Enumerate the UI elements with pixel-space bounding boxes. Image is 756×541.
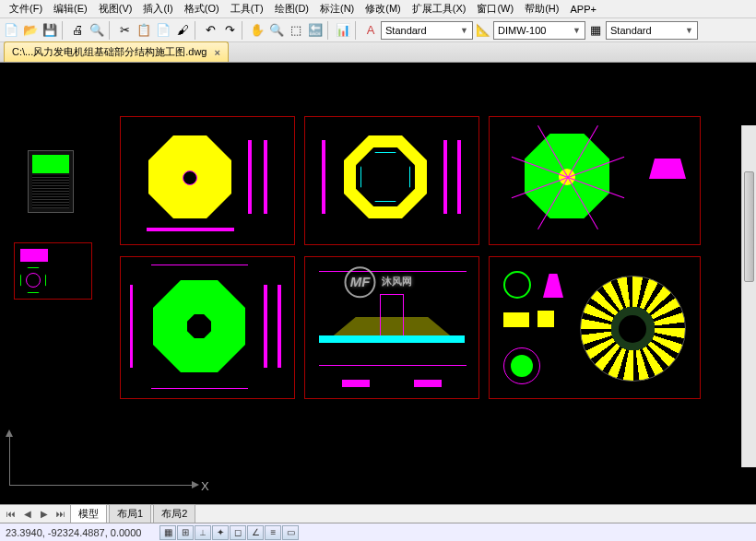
layout-tab-2[interactable]: 布局2 xyxy=(153,504,195,523)
menu-exttools[interactable]: 扩展工具(X) xyxy=(407,0,472,18)
menu-view[interactable]: 视图(V) xyxy=(93,0,138,18)
text-style-dropdown[interactable]: Standard ▼ xyxy=(381,21,473,40)
match-icon[interactable]: 🖌 xyxy=(173,21,192,40)
dim-style-value: DIMW-100 xyxy=(498,25,546,36)
preview-icon[interactable]: 🔍 xyxy=(88,21,106,40)
ucs-y-axis xyxy=(9,435,10,486)
text-style-value: Standard xyxy=(385,25,427,36)
dim-style-dropdown[interactable]: DIMW-100 ▼ xyxy=(493,21,585,40)
table-style-icon[interactable]: ▦ xyxy=(586,21,605,40)
tab-last-icon[interactable]: ⏭ xyxy=(53,507,68,522)
menu-file[interactable]: 文件(F) xyxy=(4,0,48,18)
menu-modify[interactable]: 修改(M) xyxy=(360,0,407,18)
zoom-window-icon[interactable]: ⬚ xyxy=(287,21,305,40)
drawing-panel-1 xyxy=(120,116,295,245)
separator xyxy=(242,21,245,40)
scrollbar-thumb[interactable] xyxy=(744,171,754,282)
polar-toggle[interactable]: ✦ xyxy=(212,525,229,540)
status-toggles: ▦ ⊞ ⟂ ✦ ◻ ∠ ≡ ▭ xyxy=(159,525,299,540)
text-style-icon[interactable]: A xyxy=(361,21,380,40)
save-icon[interactable]: 💾 xyxy=(41,21,59,40)
drawing-panel-2 xyxy=(304,116,479,245)
menu-annotate[interactable]: 标注(N) xyxy=(314,0,360,18)
drawing-panel-3 xyxy=(489,116,701,245)
undo-icon[interactable]: ↶ xyxy=(201,21,219,40)
lweight-toggle[interactable]: ≡ xyxy=(265,525,281,540)
zoom-prev-icon[interactable]: 🔙 xyxy=(306,21,325,40)
thumbnail-detail xyxy=(14,242,92,300)
drawing-panel-5 xyxy=(304,256,479,399)
tab-first-icon[interactable]: ⏮ xyxy=(4,507,18,522)
file-tab[interactable]: C:\...风力发电机组基础部分结构施工图.dwg × xyxy=(4,41,229,62)
zoom-icon[interactable]: 🔍 xyxy=(267,21,286,40)
menu-appplus[interactable]: APP+ xyxy=(564,2,601,17)
pan-icon[interactable]: ✋ xyxy=(248,21,266,40)
layout-tab-bar: ⏮ ◀ ▶ ⏭ 模型 布局1 布局2 xyxy=(0,504,756,523)
new-icon[interactable]: 📄 xyxy=(2,21,20,40)
separator xyxy=(109,21,112,40)
menu-draw[interactable]: 绘图(D) xyxy=(269,0,314,18)
copy-icon[interactable]: 📋 xyxy=(135,21,153,40)
vertical-scrollbar[interactable] xyxy=(741,125,756,467)
drawing-panel-6 xyxy=(489,256,701,399)
ortho-toggle[interactable]: ⟂ xyxy=(195,525,211,540)
document-tabs: C:\...风力发电机组基础部分结构施工图.dwg × xyxy=(0,42,756,63)
paste-icon[interactable]: 📄 xyxy=(154,21,172,40)
table-style-dropdown[interactable]: Standard ▼ xyxy=(606,21,698,40)
drawing-canvas[interactable]: MF 沐风网 X xyxy=(0,63,756,504)
print-icon[interactable]: 🖨 xyxy=(68,21,87,40)
status-bar: 23.3940, -92324.4887, 0.0000 ▦ ⊞ ⟂ ✦ ◻ ∠… xyxy=(0,523,756,541)
redo-icon[interactable]: ↷ xyxy=(220,21,239,40)
otrack-toggle[interactable]: ∠ xyxy=(247,525,264,540)
drawing-panel-4 xyxy=(120,256,295,399)
separator xyxy=(62,21,65,40)
coordinate-display: 23.3940, -92324.4887, 0.0000 xyxy=(6,527,141,538)
menu-edit[interactable]: 编辑(E) xyxy=(48,0,93,18)
tab-prev-icon[interactable]: ◀ xyxy=(20,507,35,522)
thumbnail-titleblock xyxy=(28,150,74,213)
ucs-x-label: X xyxy=(201,479,209,493)
menu-format[interactable]: 格式(O) xyxy=(179,0,225,18)
model-toggle[interactable]: ▭ xyxy=(282,525,299,540)
grid-toggle[interactable]: ⊞ xyxy=(177,525,194,540)
dim-style-icon[interactable]: 📐 xyxy=(474,21,492,40)
chevron-down-icon: ▼ xyxy=(460,26,468,35)
separator xyxy=(195,21,198,40)
menu-help[interactable]: 帮助(H) xyxy=(519,0,564,18)
tab-next-icon[interactable]: ▶ xyxy=(37,507,52,522)
chevron-down-icon: ▼ xyxy=(685,26,693,35)
snap-toggle[interactable]: ▦ xyxy=(159,525,176,540)
menu-window[interactable]: 窗口(W) xyxy=(471,0,519,18)
close-tab-icon[interactable]: × xyxy=(214,47,219,58)
layout-tab-1[interactable]: 布局1 xyxy=(109,504,151,523)
open-icon[interactable]: 📂 xyxy=(21,21,40,40)
main-toolbar: 📄 📂 💾 🖨 🔍 ✂ 📋 📄 🖌 ↶ ↷ ✋ 🔍 ⬚ 🔙 📊 A Standa… xyxy=(0,18,756,42)
separator xyxy=(327,21,331,40)
menu-insert[interactable]: 插入(I) xyxy=(137,0,178,18)
ucs-x-axis xyxy=(9,485,194,486)
cut-icon[interactable]: ✂ xyxy=(115,21,134,40)
layout-tab-model[interactable]: 模型 xyxy=(70,504,107,523)
chevron-down-icon: ▼ xyxy=(573,26,581,35)
menu-bar: 文件(F) 编辑(E) 视图(V) 插入(I) 格式(O) 工具(T) 绘图(D… xyxy=(0,0,756,18)
layer-icon[interactable]: 📊 xyxy=(334,21,352,40)
table-style-value: Standard xyxy=(610,25,652,36)
file-tab-label: C:\...风力发电机组基础部分结构施工图.dwg xyxy=(12,45,207,59)
menu-tools[interactable]: 工具(T) xyxy=(225,0,269,18)
separator xyxy=(355,21,359,40)
osnap-toggle[interactable]: ◻ xyxy=(230,525,246,540)
